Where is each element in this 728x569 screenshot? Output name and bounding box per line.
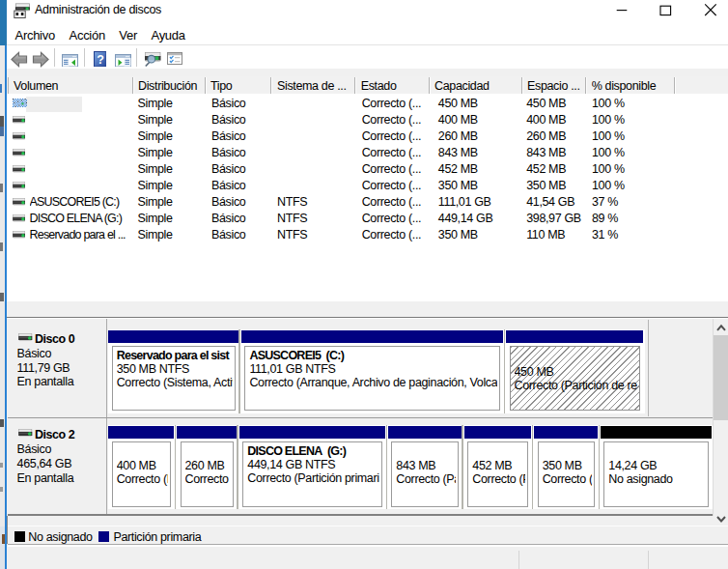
svg-text:?: ?: [97, 52, 103, 66]
